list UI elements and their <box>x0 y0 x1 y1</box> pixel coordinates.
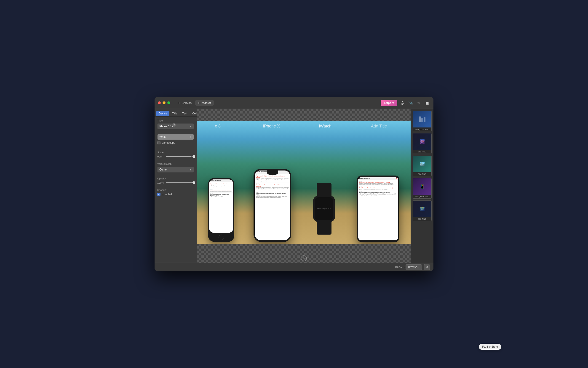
thumbnail-label-s03: S03.PNG <box>413 217 431 221</box>
type-select-arrow: ▼ <box>190 125 192 128</box>
panfile-badge: Panfile.Store <box>479 344 501 350</box>
scale-value: 90% <box>157 155 165 158</box>
traffic-lights <box>158 101 170 104</box>
vertical-align-value: Center <box>159 168 167 171</box>
export-button[interactable]: Export <box>381 100 397 106</box>
zoom-value: 100% <box>395 266 402 269</box>
color-select[interactable]: White ▼ <box>157 134 194 140</box>
master-tab-label: Master <box>202 101 211 105</box>
layout-icon[interactable]: ▣ <box>424 100 430 106</box>
thumbnail-label-img-8536: IMG_8536.PNG <box>413 195 431 198</box>
vertical-align-section: Vertical align Center ▼ <box>155 160 197 175</box>
scale-section: Scale 90% <box>155 148 197 160</box>
scale-track[interactable] <box>166 156 194 157</box>
panfile-badge-text: Panfile.Store <box>479 344 501 350</box>
canvas-tab-label: Canvas <box>182 101 192 105</box>
browse-button[interactable]: Browse... <box>405 264 422 270</box>
thumbnail-label-s02: S02.PNG <box>413 150 431 154</box>
canvas-content: e 8 iPhone X iWatch Add Title <box>197 121 411 251</box>
shadow-enabled-checkbox[interactable]: ✓ <box>157 193 160 196</box>
bottom-bar: 100% − Browse... ⚙ <box>155 263 433 271</box>
thumbnail-preview-img-8536: 📱 <box>413 178 431 195</box>
shadow-section: Shadow ✓ Enabled <box>155 186 197 198</box>
watch-drop-text: Drop image or PDF <box>317 208 331 210</box>
shadow-enabled-row: ✓ Enabled <box>157 193 194 196</box>
thumbnail-preview-s04: 🏙️ <box>413 156 431 172</box>
color-row: White ▼ <box>157 134 194 140</box>
device-title-iphone-x: iPhone X <box>239 122 304 130</box>
shadow-label: Shadow <box>157 189 194 191</box>
opacity-value: 100% <box>157 181 165 184</box>
landscape-row: Landscape <box>157 141 194 144</box>
settings-button[interactable]: ⚙ <box>424 264 430 270</box>
color-section: White ▼ Landscape <box>155 131 197 146</box>
canvas-area[interactable]: e 8 iPhone X iWatch Add Title <box>197 109 411 263</box>
type-label: Type <box>157 119 194 122</box>
title-bar: ⊞ Canvas ⊟ Master Export @ 📎 ☆ ▣ <box>155 97 433 109</box>
thumbnail-label-img-8533: IMG_8533.PNG <box>413 128 431 131</box>
canvas-tab-icon: ⊞ <box>178 101 180 105</box>
maximize-button[interactable] <box>167 101 170 104</box>
iphone-x-device: MINÚTA PO MINÚTE N 18:24 Apple macOS Moj… <box>254 169 291 242</box>
thumbnail-label-s04: S04.PNG <box>413 172 431 176</box>
add-canvas-button[interactable]: + <box>301 255 307 261</box>
close-button[interactable] <box>158 101 161 104</box>
thumbnail-preview-s03: 🌃 <box>413 201 431 217</box>
opacity-label: Opacity <box>157 177 194 180</box>
iwatch-device: Drop image or PDF <box>310 175 338 242</box>
scale-slider: 90% <box>157 155 194 158</box>
tab-title[interactable]: Title <box>170 111 179 116</box>
title-tabs: ⊞ Canvas ⊟ Master <box>175 100 214 106</box>
master-tab[interactable]: ⊟ Master <box>195 100 214 106</box>
title-bar-right: Export @ 📎 ☆ ▣ <box>381 100 430 106</box>
color-arrow: ▼ <box>190 136 192 138</box>
device-title-add-title: Add Title <box>347 122 411 130</box>
vertical-align-select[interactable]: Center ▼ <box>157 167 194 173</box>
right-panel: IMG_8533.PNG 🌆 S02.PNG 🏙️ S04.PNG 📱 IMG_… <box>411 109 433 263</box>
thumbnail-preview-s02: 🌆 <box>413 133 431 150</box>
scale-label: Scale <box>157 151 194 154</box>
thumbnail-s02[interactable]: 🌆 S02.PNG <box>413 133 432 154</box>
device-showcase: e 8 iPhone X iWatch Add Title <box>197 121 411 244</box>
phone8-device: MINÚTA PO MINÚTE N 18:24 Apple macOS Moj… <box>208 178 234 242</box>
device-title-phone8: e 8 <box>197 122 239 130</box>
minimize-button[interactable] <box>163 101 166 104</box>
panel-close-button[interactable]: ✕ <box>172 123 176 127</box>
thumbnail-img-8533[interactable]: IMG_8533.PNG <box>413 111 432 131</box>
thumbnail-s03[interactable]: 🌃 S03.PNG <box>413 201 432 221</box>
paperclip-icon[interactable]: 📎 <box>407 100 414 106</box>
thumbnail-preview-img-8533 <box>413 111 431 128</box>
vertical-align-label: Vertical align <box>157 163 194 165</box>
shadow-enabled-label: Enabled <box>162 193 172 196</box>
app-window: ⊞ Canvas ⊟ Master Export @ 📎 ☆ ▣ ✕ Devic… <box>155 97 433 271</box>
master-tab-icon: ⊟ <box>198 101 201 105</box>
left-panel: ✕ Device Title Text Cell Type Phone 16:9… <box>155 109 197 263</box>
type-select-value: Phone 16:9 <box>159 125 173 128</box>
bottom-right: Browse... ⚙ <box>405 264 430 270</box>
canvas-tab[interactable]: ⊞ Canvas <box>175 100 194 106</box>
landscape-checkbox[interactable] <box>157 141 160 144</box>
zoom-out-button[interactable]: − <box>404 265 405 269</box>
thumbnail-s04[interactable]: 🏙️ S04.PNG <box>413 156 432 176</box>
vertical-align-arrow: ▼ <box>190 168 192 171</box>
opacity-track[interactable] <box>166 182 194 183</box>
color-value: White <box>159 135 167 138</box>
thumbnail-img-8536[interactable]: 📱 IMG_8536.PNG <box>413 178 432 199</box>
at-icon[interactable]: @ <box>399 100 405 106</box>
divider-1 <box>155 147 197 147</box>
device-title-iwatch: iWatch <box>304 122 347 130</box>
opacity-section: Opacity 100% <box>155 175 197 186</box>
zoom-control: 100% − <box>395 265 405 269</box>
ipad-device: MINÚTA PO MINÚTE N 18:24 Apple macOS Moj… <box>357 175 399 242</box>
tab-text[interactable]: Text <box>180 111 190 116</box>
tab-device[interactable]: Device <box>156 111 169 116</box>
opacity-slider: 100% <box>157 181 194 184</box>
star-icon[interactable]: ☆ <box>416 100 422 106</box>
landscape-label: Landscape <box>162 141 175 144</box>
main-content: ✕ Device Title Text Cell Type Phone 16:9… <box>155 109 433 263</box>
panel-tabs: Device Title Text Cell <box>155 109 197 117</box>
